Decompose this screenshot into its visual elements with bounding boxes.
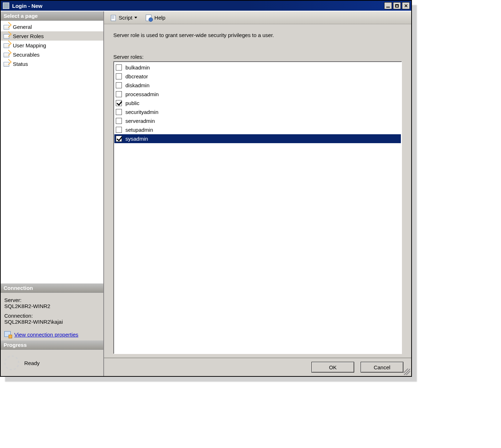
page-item-label: Server Roles xyxy=(13,33,44,39)
script-button[interactable]: Script xyxy=(107,13,140,23)
role-label: securityadmin xyxy=(125,109,159,115)
role-checkbox[interactable] xyxy=(116,118,122,124)
titlebar[interactable]: Login - New xyxy=(1,1,411,11)
role-checkbox[interactable] xyxy=(116,73,122,79)
login-new-dialog: Login - New Select a page GeneralServer … xyxy=(0,0,412,377)
cancel-button[interactable]: Cancel xyxy=(361,362,403,373)
content-panel: Script Help Server role is used to grant… xyxy=(104,11,411,376)
server-label: Server: xyxy=(4,297,100,303)
role-item-setupadmin[interactable]: setupadmin xyxy=(114,125,401,134)
role-item-diskadmin[interactable]: diskadmin xyxy=(114,81,401,90)
role-checkbox[interactable] xyxy=(116,91,122,97)
connection-header: Connection xyxy=(1,283,103,293)
page-icon xyxy=(3,61,10,67)
page-item-label: User Mapping xyxy=(13,42,46,48)
app-icon xyxy=(3,2,9,9)
server-roles-list[interactable]: bulkadmindbcreatordiskadminprocessadminp… xyxy=(113,61,402,354)
script-icon xyxy=(110,15,117,21)
window-title: Login - New xyxy=(12,3,383,9)
page-item-securables[interactable]: Securables xyxy=(1,50,103,59)
server-roles-label: Server roles: xyxy=(113,54,402,60)
role-label: processadmin xyxy=(125,91,159,97)
help-button[interactable]: Help xyxy=(143,13,169,23)
role-item-processadmin[interactable]: processadmin xyxy=(114,90,401,99)
dialog-button-bar: OK Cancel xyxy=(104,358,411,376)
maximize-button[interactable] xyxy=(393,2,401,9)
role-item-dbcreator[interactable]: dbcreator xyxy=(114,72,401,81)
role-label: serveradmin xyxy=(125,118,155,124)
role-item-sysadmin[interactable]: sysadmin xyxy=(114,134,401,143)
page-list: GeneralServer RolesUser MappingSecurable… xyxy=(1,21,103,283)
page-icon xyxy=(3,24,10,30)
role-item-public[interactable]: public xyxy=(114,99,401,108)
close-button[interactable] xyxy=(402,2,410,9)
page-icon xyxy=(3,33,10,39)
connection-panel: Server: SQL2K8R2-WINR2 Connection: SQL2K… xyxy=(1,293,103,340)
page-item-status[interactable]: Status xyxy=(1,59,103,68)
page-icon xyxy=(3,42,10,48)
help-icon xyxy=(146,15,152,21)
role-checkbox[interactable] xyxy=(116,136,122,142)
role-checkbox[interactable] xyxy=(116,82,122,88)
toolbar: Script Help xyxy=(104,11,411,24)
ok-button[interactable]: OK xyxy=(311,362,354,373)
page-item-label: Securables xyxy=(13,52,40,58)
role-label: bulkadmin xyxy=(125,64,150,71)
select-page-header: Select a page xyxy=(1,11,103,21)
server-value: SQL2K8R2-WINR2 xyxy=(4,303,100,309)
role-label: dbcreator xyxy=(125,73,148,79)
progress-status: Ready xyxy=(24,360,40,366)
page-item-user-mapping[interactable]: User Mapping xyxy=(1,41,103,50)
view-connection-properties-link[interactable]: View connection properties xyxy=(14,332,78,338)
page-item-label: General xyxy=(13,24,32,30)
script-label: Script xyxy=(119,15,132,21)
role-item-serveradmin[interactable]: serveradmin xyxy=(114,116,401,125)
role-item-securityadmin[interactable]: securityadmin xyxy=(114,108,401,116)
role-label: sysadmin xyxy=(125,136,148,142)
role-label: public xyxy=(125,100,139,106)
left-panel: Select a page GeneralServer RolesUser Ma… xyxy=(1,11,104,376)
role-item-bulkadmin[interactable]: bulkadmin xyxy=(114,63,401,72)
role-checkbox[interactable] xyxy=(116,109,122,115)
help-label: Help xyxy=(154,15,165,21)
role-label: setupadmin xyxy=(125,127,153,133)
progress-panel: Ready xyxy=(1,350,103,376)
dropdown-arrow-icon xyxy=(134,17,137,19)
connection-value: SQL2K8R2-WINR2\kajai xyxy=(4,319,100,325)
minimize-button[interactable] xyxy=(384,2,392,9)
page-icon xyxy=(3,51,10,58)
progress-spinner-icon xyxy=(4,355,19,370)
page-item-general[interactable]: General xyxy=(1,22,103,31)
role-checkbox[interactable] xyxy=(116,127,122,133)
properties-icon xyxy=(4,331,11,338)
progress-header: Progress xyxy=(1,340,103,350)
role-checkbox[interactable] xyxy=(116,64,122,71)
role-checkbox[interactable] xyxy=(116,100,122,106)
role-label: diskadmin xyxy=(125,82,150,88)
page-description: Server role is used to grant server-wide… xyxy=(113,32,402,38)
page-item-label: Status xyxy=(13,61,28,67)
connection-label: Connection: xyxy=(4,313,100,319)
page-item-server-roles[interactable]: Server Roles xyxy=(1,31,103,41)
